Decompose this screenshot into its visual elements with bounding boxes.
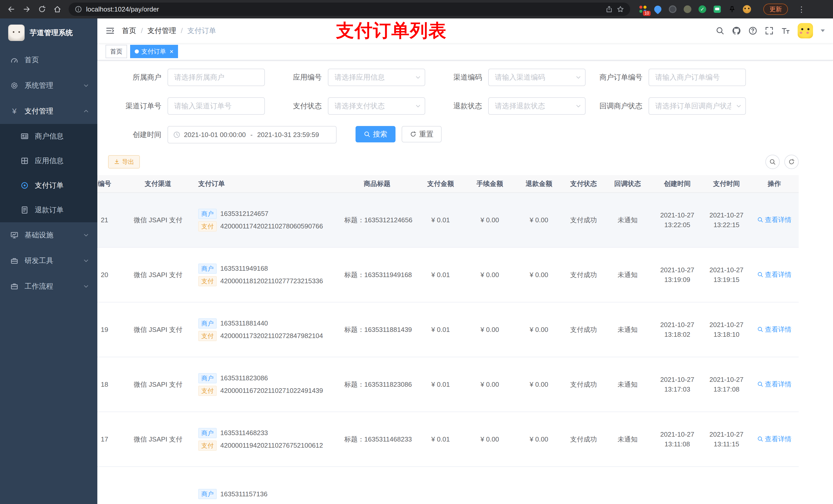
cell-channel: 微信 JSAPI 支付 [124,247,192,302]
cell-pay-time: 2021-10-2713:18:10 [703,302,750,357]
gear-icon [10,81,19,90]
tab-pay-order[interactable]: 支付订单 × [130,45,178,58]
cell-amount: ¥ 0.01 [416,357,465,412]
browser-menu-button[interactable]: ⋮ [798,5,805,14]
view-detail-link[interactable]: 查看详情 [757,325,791,334]
breadcrumb-home[interactable]: 首页 [122,26,136,35]
sidebar-item-pay-order[interactable]: 支付订单 [0,173,97,198]
cell-notify-status: 未通知 [603,247,652,302]
cell-channel [124,466,192,504]
dark-extension-icon[interactable] [668,5,677,14]
address-bar[interactable]: localhost:1024/pay/order [69,3,630,16]
sidebar-item-refund-order[interactable]: 退款订单 [0,198,97,222]
bookmark-star-icon[interactable] [617,6,624,13]
sidebar-item-system[interactable]: 系统管理 [0,73,97,98]
breadcrumb-pay-order: 支付订单 [188,26,216,35]
user-avatar[interactable] [798,23,813,39]
cell-refund: ¥ 0.00 [514,193,564,247]
cell-actions: 查看详情 [750,357,799,412]
share-icon[interactable] [605,6,613,13]
profile-avatar-button[interactable] [742,5,752,14]
help-button[interactable] [748,26,757,35]
date-end: 2021-10-31 23:59:59 [257,131,319,139]
fullscreen-button[interactable] [765,26,774,35]
sidebar-item-home[interactable]: 首页 [0,47,97,73]
refresh-table-button[interactable] [784,155,799,169]
breadcrumb: 首页 / 支付管理 / 支付订单 [122,26,216,35]
cell-create-time: 2021-10-2713:11:08 [652,412,703,466]
sidebar-collapse-button[interactable] [105,26,115,35]
drop-extension-icon[interactable] [653,5,662,14]
refund-status-select[interactable] [488,97,586,115]
merchant-input[interactable] [168,69,265,86]
extensions-pin-button[interactable] [728,5,737,14]
create-time-range-input[interactable]: 2021-10-01 00:00:00 - 2021-10-31 23:59:5… [168,126,337,143]
browser-update-button[interactable]: 更新 [763,4,788,15]
col-create-time: 创建时间 [652,175,703,193]
search-button[interactable]: 搜索 [356,126,396,142]
refund-status-label: 退款状态 [437,101,488,111]
breadcrumb-pay-manage[interactable]: 支付管理 [147,26,176,35]
sidebar-item-merchant-info[interactable]: 商户信息 [0,124,97,148]
header-search-button[interactable] [716,26,724,35]
cell-actions: 查看详情 [750,412,799,466]
filter-form: 所属商户 应用编号 渠道编码 商户订单编号 [116,69,824,143]
chat-extension-icon[interactable] [713,5,722,14]
pay-tag: 支付 [198,331,217,341]
col-id: 编号 [97,175,124,193]
github-button[interactable] [732,26,741,35]
cell-channel: 微信 JSAPI 支付 [124,302,192,357]
view-detail-link[interactable]: 查看详情 [757,435,791,443]
green-square-icon [714,6,721,13]
notify-status-select[interactable] [648,97,746,115]
app-select[interactable] [328,69,425,86]
check-extension-icon[interactable]: ✓ [698,5,707,14]
tab-active-dot [135,49,139,53]
sidebar-item-workflow[interactable]: 工作流程 [0,273,97,299]
col-amount: 支付金额 [416,175,465,193]
browser-forward-button[interactable] [20,2,34,16]
cell-fee: ¥ 0.00 [465,193,514,247]
top-navbar: 首页 / 支付管理 / 支付订单 支付订单列表 [97,19,833,43]
view-detail-link[interactable]: 查看详情 [757,215,791,224]
avatar-caret-icon[interactable] [821,29,825,32]
face-avatar-icon [743,5,751,13]
view-detail-link[interactable]: 查看详情 [757,270,791,279]
cell-pay-order: 商户1635311823086 支付4200001167202110271022… [192,357,338,412]
font-size-button[interactable] [781,26,790,35]
col-fee: 手续金额 [465,175,514,193]
merchant-order-no-input[interactable] [648,69,746,86]
palette-extension-icon[interactable]: 10 [638,5,647,14]
sidebar-item-app-info[interactable]: 应用信息 [0,148,97,173]
channel-order-no-input[interactable] [168,97,265,115]
toggle-search-button[interactable] [765,155,780,169]
pay-tag: 支付 [198,440,217,451]
export-button[interactable]: 导出 [108,155,140,169]
site-info-icon[interactable] [75,6,82,13]
sidebar-item-pay[interactable]: ¥ 支付管理 [0,98,97,124]
browser-reload-button[interactable] [35,2,49,16]
sidebar-item-devtools[interactable]: 研发工具 [0,248,97,273]
cell-pay-status: 支付成功 [564,412,603,466]
cell-pay-status: 支付成功 [564,247,603,302]
browser-home-button[interactable] [50,2,65,16]
refresh-icon [410,131,416,138]
clock-icon [173,131,180,138]
close-icon[interactable]: × [170,48,173,55]
pay-status-select[interactable] [328,97,425,115]
tab-home[interactable]: 首页 [105,45,127,58]
browser-back-button[interactable] [4,2,19,16]
merchant-tag: 商户 [198,489,217,499]
reset-button[interactable]: 重置 [402,126,442,142]
cell-id: 21 [97,193,124,247]
channel-code-select[interactable] [488,69,586,86]
sidebar-item-infra[interactable]: 基础设施 [0,222,97,248]
view-detail-link[interactable]: 查看详情 [757,380,791,389]
app-logo: 芋道管理系统 [0,19,97,47]
pin-icon [729,6,736,13]
pay-order-no: 4200001167202110271022491439 [220,387,323,394]
olive-extension-icon[interactable] [683,5,692,14]
chevron-down-icon [83,232,89,238]
pay-status-label: 支付状态 [277,101,328,111]
page-annotation: 支付订单列表 [336,19,447,43]
